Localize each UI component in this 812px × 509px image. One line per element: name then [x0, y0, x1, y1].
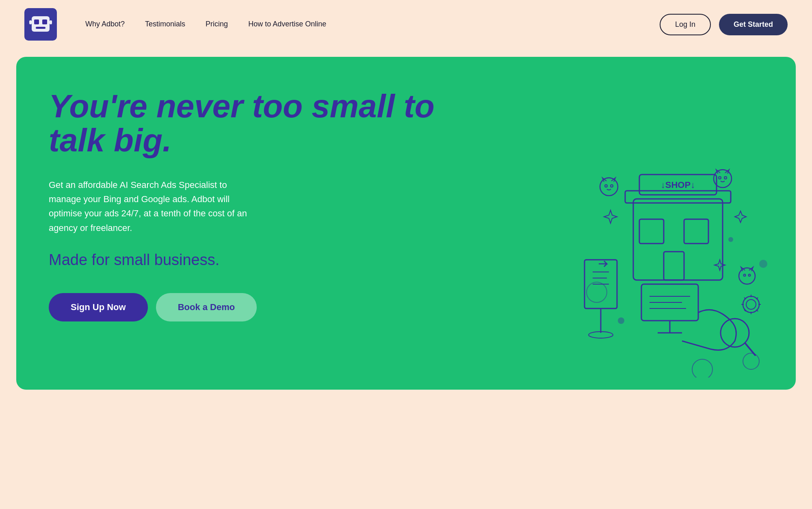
svg-point-47 [743, 353, 759, 369]
svg-rect-3 [36, 27, 45, 29]
hero-illustration: ↓SHOP↓ [560, 134, 771, 377]
signup-button[interactable]: Sign Up Now [49, 293, 148, 321]
nav-pricing[interactable]: Pricing [206, 19, 228, 29]
get-started-button[interactable]: Get Started [719, 14, 788, 35]
svg-point-28 [605, 185, 607, 187]
svg-point-29 [611, 185, 613, 187]
svg-line-44 [756, 298, 758, 299]
hero-headline: You're never too small to talk big. [49, 89, 442, 157]
logo-icon [28, 12, 53, 37]
nav-links: Why Adbot? Testimonials Pricing How to A… [85, 19, 643, 29]
nav-why-adbot[interactable]: Why Adbot? [85, 19, 125, 29]
svg-point-37 [746, 300, 756, 309]
logo [24, 8, 57, 41]
svg-point-34 [744, 274, 746, 276]
shop-illustration: ↓SHOP↓ [560, 134, 771, 377]
svg-point-49 [618, 317, 624, 324]
svg-point-32 [724, 177, 727, 179]
svg-line-42 [744, 298, 746, 299]
svg-line-43 [756, 310, 758, 311]
svg-point-51 [759, 260, 767, 268]
svg-point-46 [692, 359, 712, 377]
svg-text:↓SHOP↓: ↓SHOP↓ [661, 180, 695, 190]
svg-rect-2 [42, 19, 47, 24]
hero-subheading: Made for small business. [49, 251, 442, 269]
svg-rect-7 [625, 191, 731, 203]
svg-rect-6 [633, 199, 723, 280]
svg-point-33 [739, 268, 755, 284]
svg-rect-5 [50, 20, 52, 24]
svg-rect-1 [34, 19, 39, 24]
nav-how-to-advertise[interactable]: How to Advertise Online [248, 19, 326, 29]
hero-buttons: Sign Up Now Book a Demo [49, 293, 442, 321]
nav-actions: Log In Get Started [660, 14, 788, 35]
svg-point-35 [749, 274, 751, 276]
hero-section: You're never too small to talk big. Get … [16, 57, 796, 390]
svg-point-50 [728, 237, 733, 242]
svg-rect-4 [29, 20, 32, 24]
svg-point-27 [600, 178, 618, 196]
svg-rect-11 [639, 219, 664, 244]
login-button[interactable]: Log In [660, 14, 711, 35]
hero-content: You're never too small to talk big. Get … [49, 89, 442, 321]
hero-description: Get an affordable AI Search Ads Speciali… [49, 178, 260, 235]
svg-point-31 [719, 177, 721, 179]
book-demo-button[interactable]: Book a Demo [156, 293, 257, 321]
logo-box [24, 8, 57, 41]
navbar: Why Adbot? Testimonials Pricing How to A… [0, 0, 812, 49]
svg-rect-10 [664, 252, 684, 280]
svg-point-48 [587, 282, 607, 302]
nav-testimonials[interactable]: Testimonials [145, 19, 185, 29]
svg-rect-12 [684, 219, 708, 244]
